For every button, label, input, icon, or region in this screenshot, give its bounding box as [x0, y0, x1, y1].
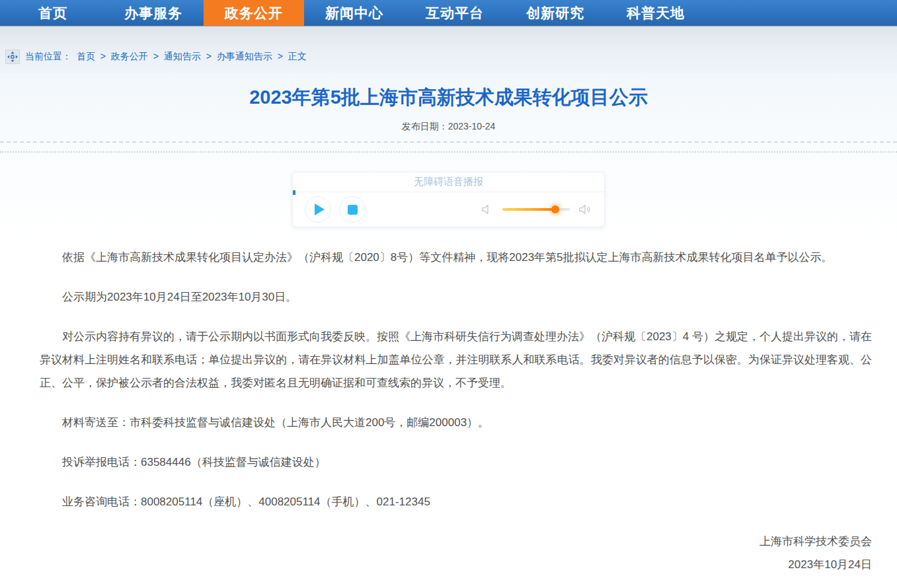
paragraph-consult-phone: 业务咨询电话：8008205114（座机）、4008205114（手机）、021… [40, 490, 872, 513]
breadcrumb-separator: > [153, 51, 159, 61]
paragraph-report-phone: 投诉举报电话：63584446（科技监督与诚信建设处） [40, 451, 872, 474]
volume-slider-knob[interactable] [551, 205, 559, 213]
content-area: 2023年第5批上海市高新技术成果转化项目公示 发布日期：2023-10-24 … [0, 73, 897, 587]
breadcrumb-bar: 当前位置： 首页 > 政务公开 > 通知告示 > 办事通知告示 > 正文 [0, 26, 897, 73]
breadcrumb-item-current: 正文 [288, 51, 307, 61]
volume-control [480, 202, 592, 217]
breadcrumb: 当前位置： 首页 > 政务公开 > 通知告示 > 办事通知告示 > 正文 [25, 51, 309, 63]
breadcrumb-separator: > [100, 51, 106, 61]
signature-block: 上海市科学技术委员会 2023年10月24日 [0, 530, 872, 576]
paragraph-basis: 依据《上海市高新技术成果转化项目认定办法》（沪科规〔2020〕8号）等文件精神，… [40, 246, 872, 269]
dashed-divider [0, 141, 897, 143]
breadcrumb-item-service-notices[interactable]: 办事通知告示 [217, 51, 272, 61]
top-navigation: 首页 办事服务 政务公开 新闻中心 互动平台 创新研究 科普天地 [0, 0, 897, 26]
breadcrumb-item-gov-disclosure[interactable]: 政务公开 [111, 51, 148, 61]
breadcrumb-item-notices[interactable]: 通知告示 [164, 51, 201, 61]
publish-date: 发布日期：2023-10-24 [0, 121, 897, 133]
audio-player-title: 无障碍语音播报 [293, 172, 604, 192]
signature-org: 上海市科学技术委员会 [0, 530, 872, 553]
paragraph-mail-address: 材料寄送至：市科委科技监督与诚信建设处（上海市人民大道200号，邮编200003… [40, 411, 872, 434]
stop-icon [348, 205, 358, 215]
breadcrumb-item-home[interactable]: 首页 [77, 51, 95, 61]
nav-item-home[interactable]: 首页 [3, 0, 103, 26]
play-button[interactable] [305, 196, 331, 223]
breadcrumb-separator: > [278, 51, 283, 61]
nav-item-news[interactable]: 新闻中心 [304, 0, 405, 26]
audio-progress-marker [293, 190, 295, 195]
nav-item-interaction[interactable]: 互动平台 [405, 0, 505, 26]
audio-player: 无障碍语音播报 [292, 172, 605, 227]
paragraph-objection: 对公示内容持有异议的，请于公示期内以书面形式向我委反映。按照《上海市科研失信行为… [40, 325, 872, 394]
breadcrumb-prefix: 当前位置： [25, 51, 71, 61]
volume-slider[interactable] [502, 208, 570, 211]
volume-mute-icon [480, 202, 494, 217]
article-body: 依据《上海市高新技术成果转化项目认定办法》（沪科规〔2020〕8号）等文件精神，… [40, 246, 872, 513]
nav-item-innovation[interactable]: 创新研究 [505, 0, 605, 26]
signature-date: 2023年10月24日 [0, 553, 872, 576]
play-icon [315, 203, 325, 215]
paragraph-period: 公示期为2023年10月24日至2023年10月30日。 [40, 285, 872, 309]
dotted-divider [0, 151, 897, 153]
audio-player-controls [293, 192, 604, 227]
volume-up-icon [578, 202, 592, 217]
page-title: 2023年第5批上海市高新技术成果转化项目公示 [0, 73, 897, 111]
volume-fill [502, 208, 555, 211]
nav-item-services[interactable]: 办事服务 [103, 0, 204, 26]
move-icon [5, 50, 20, 64]
nav-item-science[interactable]: 科普天地 [605, 0, 706, 26]
stop-button[interactable] [339, 196, 366, 223]
breadcrumb-separator: > [206, 51, 212, 61]
nav-item-gov-disclosure[interactable]: 政务公开 [204, 0, 304, 26]
